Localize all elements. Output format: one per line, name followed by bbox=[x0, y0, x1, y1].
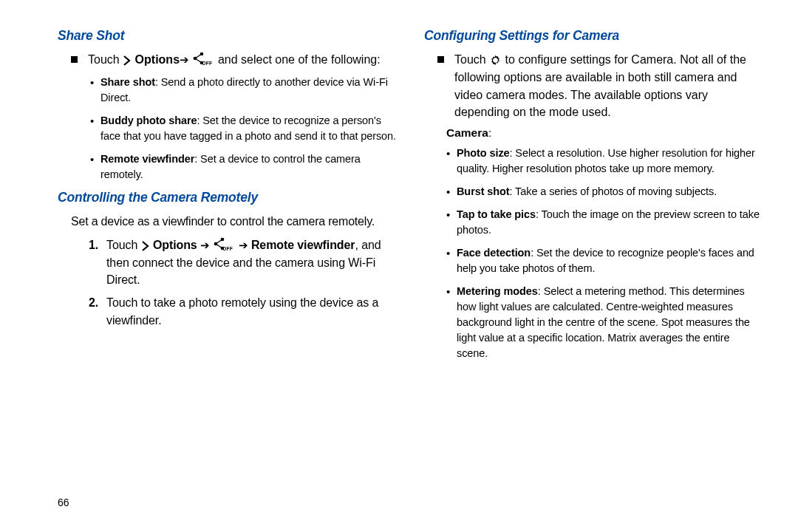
manual-page: Share Shot Touch Options➔ OFF and select… bbox=[0, 0, 798, 532]
heading-config: Configuring Settings for Camera bbox=[424, 28, 763, 44]
svg-line-9 bbox=[216, 244, 222, 248]
square-bullet-icon bbox=[437, 56, 444, 63]
page-number: 66 bbox=[58, 497, 69, 508]
config-main-item: Touch to configure settings for Camera. … bbox=[437, 51, 763, 120]
step-2: Touch to take a photo remotely using the… bbox=[89, 294, 396, 328]
left-column: Share Shot Touch Options➔ OFF and select… bbox=[58, 28, 396, 517]
list-item: Face detection: Set the device to recogn… bbox=[446, 245, 763, 276]
arrow-icon: ➔ bbox=[239, 239, 248, 251]
options-label: Options bbox=[135, 53, 180, 66]
svg-point-10 bbox=[494, 58, 497, 61]
list-item: Burst shot: Take a series of photos of m… bbox=[446, 184, 763, 200]
heading-controlling: Controlling the Camera Remotely bbox=[58, 190, 396, 205]
share-off-icon: OFF bbox=[213, 238, 235, 253]
off-label: OFF bbox=[202, 60, 212, 66]
heading-share-shot: Share Shot bbox=[58, 28, 396, 44]
step-1: Touch Options ➔ OFF ➔ Remote viewfinder,… bbox=[89, 236, 396, 289]
arrow-icon: ➔ bbox=[180, 53, 189, 66]
share-options-list: Share shot: Send a photo directly to ano… bbox=[90, 75, 396, 183]
list-item: Photo size: Select a resolution. Use hig… bbox=[446, 146, 763, 177]
chevron-right-icon bbox=[123, 52, 132, 69]
off-label: OFF bbox=[222, 245, 233, 252]
text-touch: Touch bbox=[88, 53, 123, 66]
share-off-icon: OFF bbox=[192, 52, 214, 67]
svg-line-8 bbox=[216, 239, 222, 244]
list-item: Buddy photo share: Set the device to rec… bbox=[90, 113, 396, 144]
svg-line-3 bbox=[195, 54, 202, 58]
list-item: Metering modes: Select a metering method… bbox=[446, 284, 763, 361]
svg-line-4 bbox=[195, 58, 202, 63]
ctrl-intro: Set a device as a viewfinder to control … bbox=[71, 213, 396, 230]
text-select: and select one of the following: bbox=[218, 53, 381, 66]
arrow-icon: ➔ bbox=[200, 239, 210, 251]
list-item: Share shot: Send a photo directly to ano… bbox=[90, 75, 396, 106]
square-bullet-icon bbox=[71, 56, 78, 63]
right-column: Configuring Settings for Camera Touch to… bbox=[424, 28, 763, 517]
camera-options-list: Photo size: Select a resolution. Use hig… bbox=[446, 146, 763, 361]
list-item: Remote viewfinder: Set a device to contr… bbox=[90, 151, 396, 183]
chevron-right-icon bbox=[141, 237, 150, 254]
gear-icon bbox=[489, 52, 502, 69]
camera-label: Camera: bbox=[446, 126, 763, 140]
list-item: Tap to take pics: Touch the image on the… bbox=[446, 207, 763, 238]
share-shot-main-item: Touch Options➔ OFF and select one of the… bbox=[71, 51, 396, 69]
steps-list: Touch Options ➔ OFF ➔ Remote viewfinder,… bbox=[89, 236, 396, 329]
